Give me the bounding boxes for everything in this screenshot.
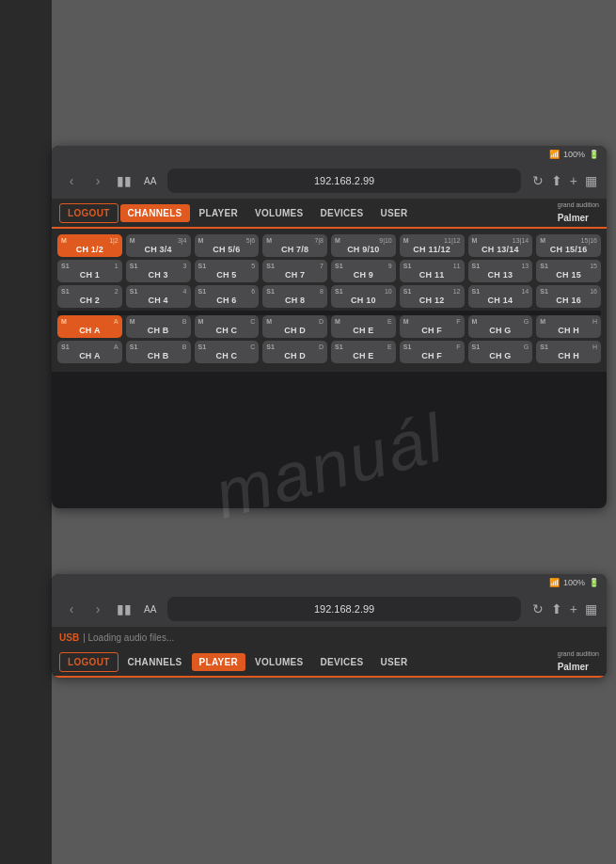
ch-btn-g-stereo[interactable]: MG CH G xyxy=(468,315,533,338)
share-button[interactable]: ⬆ xyxy=(551,173,562,188)
nav-devices-2[interactable]: DEVICES xyxy=(313,653,371,671)
ch-btn-10[interactable]: S110 CH 10 xyxy=(331,285,396,308)
ch-btn-11[interactable]: S111 CH 11 xyxy=(400,260,465,282)
battery-status-2: 100% xyxy=(563,578,585,587)
ch-btn-9-10[interactable]: M9|10 CH 9/10 xyxy=(331,234,396,257)
aa-text-2[interactable]: AA xyxy=(144,604,156,615)
back-button[interactable]: ‹ xyxy=(61,170,82,191)
refresh-button[interactable]: ↻ xyxy=(532,173,544,188)
ch-btn-14[interactable]: S114 CH 14 xyxy=(468,285,533,308)
ch-btn-5[interactable]: S15 CH 5 xyxy=(195,260,260,282)
ch-btn-8[interactable]: S18 CH 8 xyxy=(262,285,327,308)
tabs-button-2[interactable]: ▦ xyxy=(585,601,597,616)
battery-status: 100% xyxy=(563,150,585,159)
palmer-sub-2: grand audition xyxy=(558,650,599,657)
wifi-icon: 📶 xyxy=(549,150,560,159)
ch-btn-e-stereo[interactable]: ME CH E xyxy=(331,315,396,338)
browser-bar-2: ‹ › ▮▮ AA 192.168.2.99 ↻ ⬆ + ▦ xyxy=(52,591,607,627)
ch-btn-2[interactable]: S12 CH 2 xyxy=(57,285,122,308)
url-text-2: 192.168.2.99 xyxy=(314,603,374,615)
ch-btn-15[interactable]: S115 CH 15 xyxy=(536,260,601,282)
nav-volumes-1[interactable]: VOLUMES xyxy=(247,204,311,222)
app-nav-1: LOGOUT CHANNELS PLAYER VOLUMES DEVICES U… xyxy=(52,199,607,229)
ch-btn-15-16[interactable]: M15|16 CH 15/16 xyxy=(536,234,601,257)
ch-btn-a-stereo[interactable]: MA CH A xyxy=(57,315,122,338)
ch-btn-4[interactable]: S14 CH 4 xyxy=(126,285,191,308)
status-bar-2: 📶 100% 🔋 xyxy=(52,574,607,591)
wifi-icon-2: 📶 xyxy=(549,578,560,587)
battery-icon-2: 🔋 xyxy=(589,578,599,587)
browser-actions-1: ↻ ⬆ + ▦ xyxy=(532,173,597,188)
ch-btn-5-6[interactable]: M5|6 CH 5/6 xyxy=(195,234,260,257)
ch-btn-b-stereo[interactable]: MB CH B xyxy=(126,315,191,338)
nav-channels-2[interactable]: CHANNELS xyxy=(120,653,190,671)
forward-button[interactable]: › xyxy=(87,170,108,191)
bookmarks-button-2[interactable]: ▮▮ xyxy=(114,599,134,619)
url-bar-1[interactable]: 192.168.2.99 xyxy=(167,168,520,193)
url-text-1: 192.168.2.99 xyxy=(314,175,374,186)
refresh-button-2[interactable]: ↻ xyxy=(532,601,544,616)
nav-logout-1[interactable]: LOGOUT xyxy=(59,203,118,223)
nav-user-2[interactable]: USER xyxy=(373,653,416,671)
battery-icon: 🔋 xyxy=(589,150,599,159)
palmer-logo-1: grand audition Palmer xyxy=(558,201,599,225)
ch-btn-c-mono[interactable]: S1C CH C xyxy=(195,341,260,363)
aa-text[interactable]: AA xyxy=(144,176,156,186)
palmer-logo-2: grand audition Palmer xyxy=(558,650,599,674)
ch-btn-f-stereo[interactable]: MF CH F xyxy=(400,315,465,338)
ch-btn-d-stereo[interactable]: MD CH D xyxy=(262,315,327,338)
browser-actions-2: ↻ ⬆ + ▦ xyxy=(532,601,597,616)
ch-btn-e-mono[interactable]: S1E CH E xyxy=(331,341,396,363)
usb-label: USB xyxy=(59,632,79,643)
ch-btn-h-stereo[interactable]: MH CH H xyxy=(536,315,601,338)
nav-channels-1[interactable]: CHANNELS xyxy=(120,204,190,222)
ch-btn-16[interactable]: S116 CH 16 xyxy=(536,285,601,308)
share-button-2[interactable]: ⬆ xyxy=(551,601,562,616)
palmer-name-2: Palmer xyxy=(558,662,589,672)
ch-btn-1[interactable]: S11 CH 1 xyxy=(57,260,122,282)
nav-devices-1[interactable]: DEVICES xyxy=(313,204,371,222)
bookmarks-button[interactable]: ▮▮ xyxy=(114,170,134,191)
ch-btn-13[interactable]: S113 CH 13 xyxy=(468,260,533,282)
ch-btn-6[interactable]: S16 CH 6 xyxy=(195,285,260,308)
ch-btn-f-mono[interactable]: S1F CH F xyxy=(400,341,465,363)
ch-btn-11-12[interactable]: M11|12 CH 11/12 xyxy=(400,234,465,257)
left-sidebar xyxy=(0,0,52,864)
tabs-button[interactable]: ▦ xyxy=(585,173,597,188)
add-tab-button[interactable]: + xyxy=(570,173,577,188)
ch-btn-a-mono[interactable]: S1A CH A xyxy=(57,341,122,363)
ch-btn-3-4[interactable]: M3|4 CH 3/4 xyxy=(126,234,191,257)
stereo-channel-row: M1|2 CH 1/2 M3|4 CH 3/4 M5|6 CH 5/6 M7|8… xyxy=(57,234,601,257)
nav-volumes-2[interactable]: VOLUMES xyxy=(247,653,311,671)
ch-btn-1-2[interactable]: M1|2 CH 1/2 xyxy=(57,234,122,257)
ch-btn-7-8[interactable]: M7|8 CH 7/8 xyxy=(262,234,327,257)
app-nav-2: LOGOUT CHANNELS PLAYER VOLUMES DEVICES U… xyxy=(52,648,607,678)
palmer-name-1: Palmer xyxy=(558,213,589,223)
mono-odd-channel-row: S11 CH 1 S13 CH 3 S15 CH 5 S17 CH 7 S19 … xyxy=(57,260,601,282)
ch-btn-d-mono[interactable]: S1D CH D xyxy=(262,341,327,363)
ch-btn-13-14[interactable]: M13|14 CH 13/14 xyxy=(468,234,533,257)
nav-player-2[interactable]: PLAYER xyxy=(192,653,245,671)
ch-btn-12[interactable]: S112 CH 12 xyxy=(400,285,465,308)
ch-btn-c-stereo[interactable]: MC CH C xyxy=(195,315,260,338)
ch-btn-7[interactable]: S17 CH 7 xyxy=(262,260,327,282)
add-tab-button-2[interactable]: + xyxy=(570,601,577,616)
usb-loading-text: | Loading audio files... xyxy=(83,632,174,643)
forward-button-2[interactable]: › xyxy=(87,599,108,619)
status-bar-1: 📶 100% 🔋 xyxy=(52,146,607,163)
browser-bar-1: ‹ › ▮▮ AA 192.168.2.99 ↻ ⬆ + ▦ xyxy=(52,163,607,199)
ch-btn-9[interactable]: S19 CH 9 xyxy=(331,260,396,282)
ch-btn-h-mono[interactable]: S1H CH H xyxy=(536,341,601,363)
mono-alpha-row: S1A CH A S1B CH B S1C CH C S1D CH D S1E … xyxy=(57,341,601,363)
ch-btn-b-mono[interactable]: S1B CH B xyxy=(126,341,191,363)
nav-player-1[interactable]: PLAYER xyxy=(192,204,245,222)
channel-grid-1: M1|2 CH 1/2 M3|4 CH 3/4 M5|6 CH 5/6 M7|8… xyxy=(52,229,607,372)
ch-btn-g-mono[interactable]: S1G CH G xyxy=(468,341,533,363)
nav-logout-2[interactable]: LOGOUT xyxy=(59,652,118,672)
url-bar-2[interactable]: 192.168.2.99 xyxy=(167,597,520,621)
mono-even-channel-row: S12 CH 2 S14 CH 4 S16 CH 6 S18 CH 8 S110… xyxy=(57,285,601,308)
palmer-sub-1: grand audition xyxy=(558,201,599,208)
back-button-2[interactable]: ‹ xyxy=(61,599,82,619)
nav-user-1[interactable]: USER xyxy=(373,204,416,222)
ch-btn-3[interactable]: S13 CH 3 xyxy=(126,260,191,282)
